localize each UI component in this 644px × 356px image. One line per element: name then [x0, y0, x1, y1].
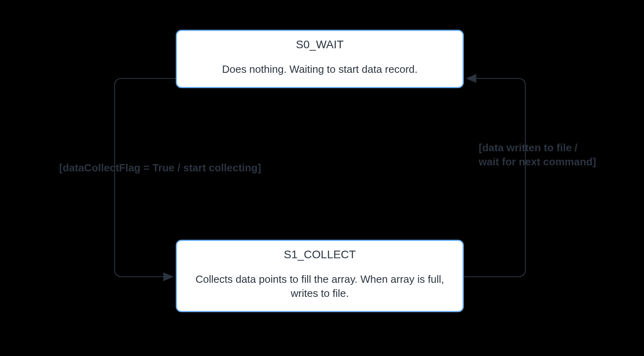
state-s1-description: Collects data points to fill the array. …: [189, 272, 451, 300]
state-s0: S0_WAIT Does nothing. Waiting to start d…: [176, 30, 464, 88]
state-s0-description: Does nothing. Waiting to start data reco…: [189, 62, 451, 76]
state-s1: S1_COLLECT Collects data points to fill …: [176, 240, 464, 312]
transition-label-s0-to-s1: [dataCollectFlag = True / start collecti…: [59, 161, 261, 175]
transition-s1-to-s0-line2: wait for next command]: [479, 155, 596, 169]
transition-s1-to-s0-line1: [data written to file /: [479, 141, 596, 155]
arrow-s1-to-s0: [464, 78, 525, 277]
transition-label-s1-to-s0: [data written to file / wait for next co…: [479, 141, 596, 169]
state-s0-title: S0_WAIT: [189, 38, 451, 51]
state-s1-title: S1_COLLECT: [189, 248, 451, 261]
transition-s0-to-s1-text: [dataCollectFlag = True / start collecti…: [59, 162, 261, 174]
arrow-s0-to-s1: [115, 78, 176, 277]
